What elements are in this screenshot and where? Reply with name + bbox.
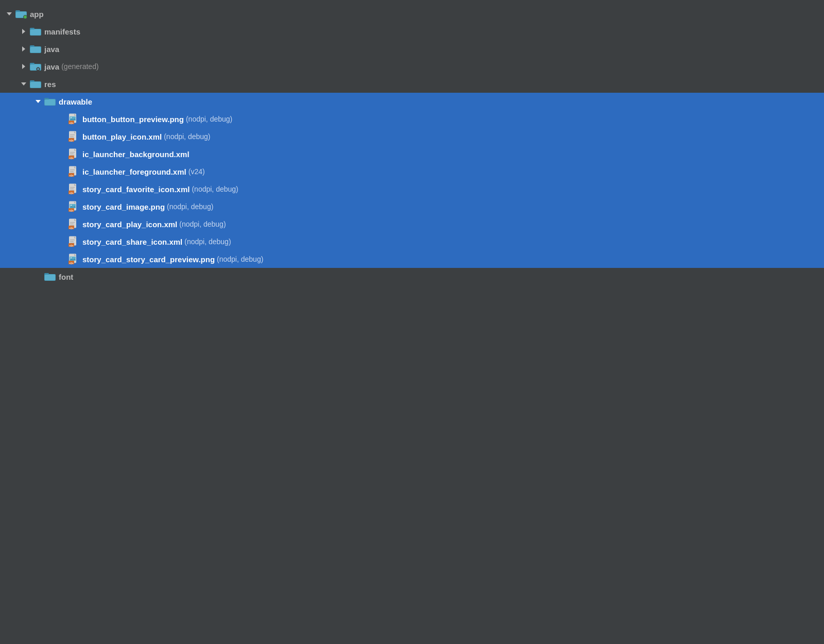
- svg-rect-66: [70, 241, 74, 242]
- svg-text:</>: </>: [70, 122, 74, 125]
- svg-rect-23: [45, 99, 55, 105]
- svg-rect-20: [30, 82, 41, 88]
- svg-rect-43: [70, 171, 74, 172]
- item-label-muted: (nodpi, debug): [179, 220, 226, 228]
- svg-text:</>: </>: [70, 192, 74, 195]
- svg-rect-5: [30, 29, 41, 35]
- item-label: res: [44, 80, 56, 89]
- item-label-muted: (nodpi, debug): [184, 238, 231, 246]
- chevron-down-icon: [4, 9, 14, 19]
- svg-rect-30: [70, 134, 75, 135]
- svg-rect-14: [38, 67, 39, 69]
- item-label: story_card_image.png: [82, 202, 165, 211]
- svg-rect-77: [45, 275, 55, 280]
- png-file-icon: </>: [68, 253, 79, 265]
- chevron-right-icon: [19, 44, 29, 54]
- xml-file-icon: </>: [68, 148, 79, 160]
- tree-item-story_card_story_card_preview[interactable]: </> story_card_story_card_preview.png(no…: [0, 250, 824, 268]
- tree-item-app[interactable]: app: [0, 5, 824, 23]
- folder-generated-icon: [30, 62, 41, 71]
- folder-icon: [44, 272, 56, 281]
- tree-item-story_card_favorite_icon[interactable]: </> story_card_favorite_icon.xml(nodpi, …: [0, 180, 824, 198]
- tree-item-java[interactable]: java: [0, 40, 824, 58]
- item-label: font: [59, 273, 73, 281]
- tree-item-button_button_preview[interactable]: </> button_button_preview.png(nodpi, deb…: [0, 110, 824, 128]
- app-folder-icon: [15, 9, 27, 19]
- item-label: button_play_icon.xml: [82, 132, 162, 141]
- item-label-muted: (nodpi, debug): [217, 255, 263, 263]
- svg-point-13: [37, 68, 39, 70]
- svg-rect-49: [70, 189, 74, 189]
- item-label-muted: (nodpi, debug): [192, 185, 238, 193]
- folder-icon: [30, 44, 41, 54]
- svg-rect-15: [38, 70, 39, 71]
- xml-file-icon: </>: [68, 218, 79, 230]
- tree-item-drawable[interactable]: drawable: [0, 93, 824, 110]
- svg-point-72: [71, 257, 72, 258]
- svg-text:</>: </>: [70, 139, 74, 142]
- xml-file-icon: </>: [68, 183, 79, 195]
- svg-point-26: [71, 117, 72, 118]
- svg-text:</>: </>: [70, 157, 74, 160]
- item-label: button_button_preview.png: [82, 115, 184, 124]
- svg-text:</>: </>: [70, 227, 74, 230]
- tree-item-font[interactable]: font: [0, 268, 824, 285]
- svg-rect-42: [70, 170, 75, 170]
- chevron-right-icon: [19, 61, 29, 72]
- svg-rect-31: [70, 136, 74, 137]
- svg-rect-59: [70, 222, 75, 223]
- chevron-placeholder: [33, 272, 43, 282]
- tree-item-ic_launcher_background[interactable]: </> ic_launcher_background.xml: [0, 145, 824, 163]
- item-label: ic_launcher_foreground.xml: [82, 167, 186, 176]
- item-label: story_card_story_card_preview.png: [82, 255, 215, 264]
- svg-text:</>: </>: [70, 262, 74, 265]
- chevron-down-icon: [33, 96, 43, 107]
- svg-rect-48: [70, 187, 75, 188]
- item-label: drawable: [59, 97, 92, 106]
- item-label: manifests: [44, 27, 80, 36]
- tree-item-ic_launcher_foreground[interactable]: </> ic_launcher_foreground.xml(v24): [0, 163, 824, 180]
- tree-item-story_card_image[interactable]: </> story_card_image.png(nodpi, debug): [0, 198, 824, 215]
- item-label: story_card_favorite_icon.xml: [82, 185, 190, 194]
- svg-rect-8: [30, 47, 41, 53]
- tree-item-manifests[interactable]: manifests: [0, 23, 824, 40]
- png-file-icon: </>: [68, 201, 79, 212]
- png-file-icon: </>: [68, 113, 79, 125]
- tree-item-story_card_play_icon[interactable]: </> story_card_play_icon.xml(nodpi, debu…: [0, 215, 824, 233]
- svg-text:</>: </>: [70, 244, 74, 247]
- svg-rect-36: [70, 152, 75, 152]
- item-label-muted: (generated): [61, 62, 98, 71]
- svg-rect-17: [39, 69, 40, 70]
- tree-item-button_play_icon[interactable]: </> button_play_icon.xml(nodpi, debug): [0, 128, 824, 145]
- svg-text:</>: </>: [70, 209, 74, 212]
- tree-item-res[interactable]: res: [0, 75, 824, 93]
- item-label-muted: (nodpi, debug): [167, 202, 213, 211]
- folder-icon: [30, 27, 41, 36]
- green-dot: [23, 15, 27, 19]
- item-label: java: [44, 62, 59, 71]
- xml-file-icon: </>: [68, 236, 79, 247]
- xml-file-icon: </>: [68, 131, 79, 142]
- folder-icon: [44, 97, 56, 106]
- tree-item-story_card_share_icon[interactable]: </> story_card_share_icon.xml(nodpi, deb…: [0, 233, 824, 250]
- item-label: story_card_play_icon.xml: [82, 220, 177, 229]
- svg-rect-16: [37, 69, 38, 70]
- chevron-right-icon: [19, 26, 29, 37]
- chevron-down-icon: [19, 79, 29, 89]
- item-label-muted: (nodpi, debug): [164, 132, 210, 141]
- xml-file-icon: </>: [68, 166, 79, 177]
- item-label-muted: (nodpi, debug): [186, 115, 232, 123]
- item-label: java: [44, 45, 59, 54]
- item-label-muted: (v24): [188, 167, 205, 176]
- folder-icon: [30, 79, 41, 89]
- file-tree: app manifests java: [0, 0, 824, 291]
- svg-rect-65: [70, 240, 75, 240]
- app-label: app: [30, 10, 44, 19]
- svg-rect-37: [70, 154, 74, 154]
- item-label: story_card_share_icon.xml: [82, 238, 182, 246]
- svg-point-55: [71, 205, 72, 206]
- svg-text:</>: </>: [70, 174, 74, 177]
- svg-rect-60: [70, 224, 74, 224]
- tree-item-java-generated[interactable]: java(generated): [0, 58, 824, 75]
- tree-items: manifests java java(generated): [0, 23, 824, 285]
